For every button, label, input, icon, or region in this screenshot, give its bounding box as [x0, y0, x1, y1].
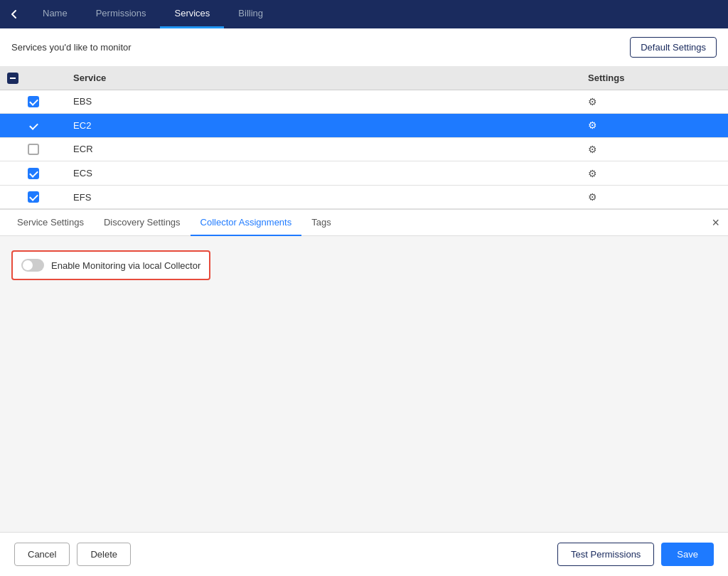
test-permissions-button[interactable]: Test Permissions [557, 543, 654, 566]
table-row[interactable]: EBS⚙ [0, 90, 728, 114]
toggle-switch[interactable] [21, 259, 44, 272]
tab-permissions[interactable]: Permissions [82, 0, 161, 28]
gear-icon-ec2[interactable]: ⚙ [588, 119, 597, 131]
tab-billing[interactable]: Billing [224, 0, 277, 28]
tab-service-settings[interactable]: Service Settings [7, 210, 94, 236]
gear-icon-ecr[interactable]: ⚙ [588, 144, 597, 155]
save-button[interactable]: Save [661, 543, 714, 566]
service-label-ecr: ECR [66, 137, 581, 161]
cancel-button[interactable]: Cancel [14, 543, 70, 566]
checkbox-ecs[interactable] [28, 168, 39, 179]
table-row[interactable]: ECS⚙ [0, 161, 728, 186]
table-row[interactable]: EFS⚙ [0, 185, 728, 209]
default-settings-button[interactable]: Default Settings [630, 37, 717, 58]
header-checkbox[interactable] [7, 73, 18, 84]
tab-services[interactable]: Services [160, 0, 224, 28]
back-button[interactable] [0, 0, 28, 28]
checkbox-ec2[interactable] [28, 120, 39, 132]
gear-icon-ecs[interactable]: ⚙ [588, 168, 597, 179]
tab-discovery-settings[interactable]: Discovery Settings [94, 210, 191, 236]
tab-tags[interactable]: Tags [301, 210, 341, 236]
service-table: Service Settings EBS⚙EC2⚙ECR⚙ECS⚙EFS⚙ [0, 66, 728, 209]
service-column-header: Service [66, 66, 581, 90]
toggle-label: Enable Monitoring via local Collector [51, 260, 200, 271]
table-row[interactable]: ECR⚙ [0, 137, 728, 161]
service-label-ebs: EBS [66, 90, 581, 114]
tab-collector-assignments[interactable]: Collector Assignments [191, 210, 302, 236]
enable-monitoring-toggle-container[interactable]: Enable Monitoring via local Collector [11, 250, 210, 280]
settings-close-button[interactable]: × [712, 216, 719, 229]
settings-column-header: Settings [581, 66, 728, 90]
nav-tabs: Name Permissions Services Billing [28, 0, 277, 28]
services-header-row: Services you'd like to monitor Default S… [0, 28, 728, 66]
tab-name[interactable]: Name [28, 0, 82, 28]
checkbox-efs[interactable] [28, 191, 39, 203]
delete-button[interactable]: Delete [77, 543, 131, 566]
checkbox-ecr[interactable] [28, 144, 39, 155]
main-content: Services you'd like to monitor Default S… [0, 28, 728, 532]
settings-tabs: Service Settings Discovery Settings Coll… [0, 210, 728, 236]
settings-content: Enable Monitoring via local Collector [0, 236, 728, 532]
footer-right: Test Permissions Save [557, 543, 714, 566]
top-nav: Name Permissions Services Billing [0, 0, 728, 28]
service-label-ecs: ECS [66, 161, 581, 186]
table-row[interactable]: EC2⚙ [0, 114, 728, 138]
table-header-row: Service Settings [0, 66, 728, 90]
service-label-efs: EFS [66, 185, 581, 209]
service-label-ec2: EC2 [66, 114, 581, 138]
checkbox-ebs[interactable] [28, 96, 39, 107]
footer: Cancel Delete Test Permissions Save [0, 532, 728, 576]
services-intro-text: Services you'd like to monitor [11, 42, 132, 53]
gear-icon-efs[interactable]: ⚙ [588, 191, 597, 203]
footer-left: Cancel Delete [14, 543, 131, 566]
gear-icon-ebs[interactable]: ⚙ [588, 96, 597, 107]
settings-panel: Service Settings Discovery Settings Coll… [0, 209, 728, 532]
toggle-slider [21, 259, 44, 272]
